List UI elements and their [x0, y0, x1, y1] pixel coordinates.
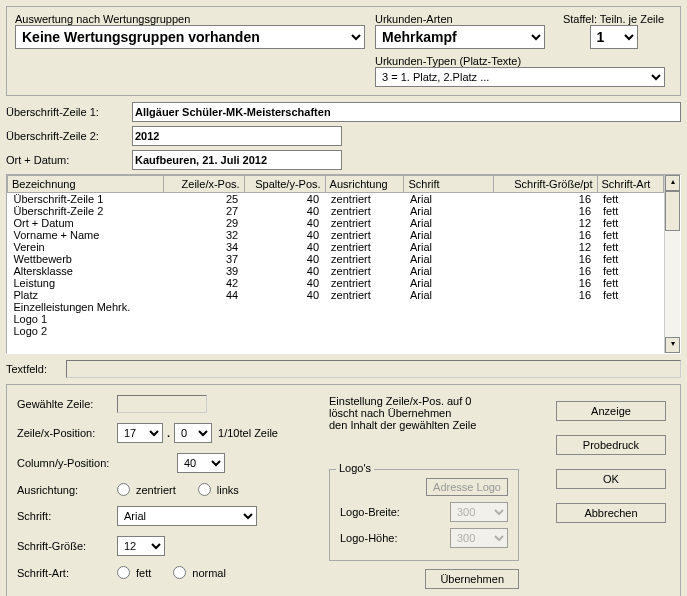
- einstellung-text2: löscht nach Übernehmen: [329, 407, 519, 419]
- uebernehmen-button[interactable]: Übernehmen: [425, 569, 519, 589]
- top-group: Auswertung nach Wertungsgruppen Keine We…: [6, 6, 681, 96]
- schrift-groesse-label: Schrift-Größe:: [17, 540, 117, 552]
- table-row[interactable]: Einzelleistungen Mehrk.: [8, 301, 664, 313]
- table-row[interactable]: Logo 1: [8, 313, 664, 325]
- table-row[interactable]: Logo 2: [8, 325, 664, 337]
- staffel-select[interactable]: 1: [590, 25, 638, 49]
- ausrichtung-zentriert[interactable]: zentriert: [117, 483, 176, 496]
- anzeige-button[interactable]: Anzeige: [556, 401, 666, 421]
- table-row[interactable]: Altersklasse3940zentriertArial16fett: [8, 265, 664, 277]
- logo-group-title: Logo's: [336, 462, 374, 474]
- u1-input[interactable]: [132, 102, 681, 122]
- textfeld-display: [66, 360, 681, 378]
- table-row[interactable]: Leistung4240zentriertArial16fett: [8, 277, 664, 289]
- ort-input[interactable]: [132, 150, 342, 170]
- u2-label: Überschrift-Zeile 2:: [6, 130, 132, 142]
- table-row[interactable]: Überschrift-Zeile 12540zentriertArial16f…: [8, 193, 664, 206]
- einstellung-text1: Einstellung Zeile/x-Pos. auf 0: [329, 395, 519, 407]
- probedruck-button[interactable]: Probedruck: [556, 435, 666, 455]
- urkunden-arten-label: Urkunden-Arten: [375, 13, 545, 25]
- col-header[interactable]: Spalte/y-Pos.: [244, 176, 325, 193]
- gewaehlte-display: [117, 395, 207, 413]
- table-row[interactable]: Ort + Datum2940zentriertArial12fett: [8, 217, 664, 229]
- table-row[interactable]: Wettbewerb3740zentriertArial16fett: [8, 253, 664, 265]
- adresse-logo-button: Adresse Logo: [426, 478, 508, 496]
- col-header[interactable]: Zeile/x-Pos.: [163, 176, 244, 193]
- scroll-up-icon[interactable]: ▴: [665, 175, 680, 191]
- zeile-select2[interactable]: 0: [174, 423, 212, 443]
- einstellung-text3: den Inhalt der gewählten Zeile: [329, 419, 519, 431]
- ausrichtung-links[interactable]: links: [198, 483, 239, 496]
- zeile-label: Zeile/x-Position:: [17, 427, 117, 439]
- layout-table-wrap: BezeichnungZeile/x-Pos.Spalte/y-Pos.Ausr…: [6, 174, 681, 354]
- ok-button[interactable]: OK: [556, 469, 666, 489]
- textfeld-label: Textfeld:: [6, 363, 66, 375]
- gewaehlte-label: Gewählte Zeile:: [17, 398, 117, 410]
- zeile-suffix: 1/10tel Zeile: [218, 427, 278, 439]
- schrift-select[interactable]: Arial: [117, 506, 257, 526]
- u2-input[interactable]: [132, 126, 342, 146]
- schrift-groesse-select[interactable]: 12: [117, 536, 165, 556]
- zeile-select1[interactable]: 17: [117, 423, 163, 443]
- schrift-label: Schrift:: [17, 510, 117, 522]
- col-header[interactable]: Ausrichtung: [325, 176, 404, 193]
- col-header[interactable]: Schrift: [404, 176, 493, 193]
- u1-label: Überschrift-Zeile 1:: [6, 106, 132, 118]
- table-row[interactable]: Platz4440zentriertArial16fett: [8, 289, 664, 301]
- table-row[interactable]: Überschrift-Zeile 22740zentriertArial16f…: [8, 205, 664, 217]
- logo-group: Logo's Adresse Logo Logo-Breite: 300 Log…: [329, 469, 519, 561]
- ort-label: Ort + Datum:: [6, 154, 132, 166]
- col-label: Column/y-Position:: [17, 457, 117, 469]
- staffel-label: Staffel: Teiln. je Zeile: [555, 13, 672, 25]
- logo-breite-label: Logo-Breite:: [340, 506, 400, 518]
- logo-hoehe-select: 300: [450, 528, 508, 548]
- schrift-art-fett[interactable]: fett: [117, 566, 151, 579]
- scroll-thumb[interactable]: [665, 191, 680, 231]
- auswertung-select[interactable]: Keine Wertungsgruppen vorhanden: [15, 25, 365, 49]
- zeile-sep: .: [167, 427, 170, 439]
- abbrechen-button[interactable]: Abbrechen: [556, 503, 666, 523]
- col-select[interactable]: 40: [177, 453, 225, 473]
- table-row[interactable]: Verein3440zentriertArial12fett: [8, 241, 664, 253]
- table-scrollbar[interactable]: ▴ ▾: [664, 175, 680, 353]
- col-header[interactable]: Schrift-Größe/pt: [493, 176, 597, 193]
- urkunden-typen-select[interactable]: 3 = 1. Platz, 2.Platz ...: [375, 67, 665, 87]
- bottom-group: Gewählte Zeile: Zeile/x-Position: 17 . 0…: [6, 384, 681, 596]
- ausrichtung-label: Ausrichtung:: [17, 484, 117, 496]
- logo-hoehe-label: Logo-Höhe:: [340, 532, 398, 544]
- schrift-art-label: Schrift-Art:: [17, 567, 117, 579]
- urkunden-arten-select[interactable]: Mehrkampf: [375, 25, 545, 49]
- col-header[interactable]: Schrift-Art: [597, 176, 663, 193]
- logo-breite-select: 300: [450, 502, 508, 522]
- schrift-art-normal[interactable]: normal: [173, 566, 226, 579]
- table-row[interactable]: Vorname + Name3240zentriertArial16fett: [8, 229, 664, 241]
- urkunden-typen-label: Urkunden-Typen (Platz-Texte): [375, 55, 665, 67]
- layout-table[interactable]: BezeichnungZeile/x-Pos.Spalte/y-Pos.Ausr…: [7, 175, 664, 337]
- scroll-down-icon[interactable]: ▾: [665, 337, 680, 353]
- col-header[interactable]: Bezeichnung: [8, 176, 164, 193]
- auswertung-label: Auswertung nach Wertungsgruppen: [15, 13, 365, 25]
